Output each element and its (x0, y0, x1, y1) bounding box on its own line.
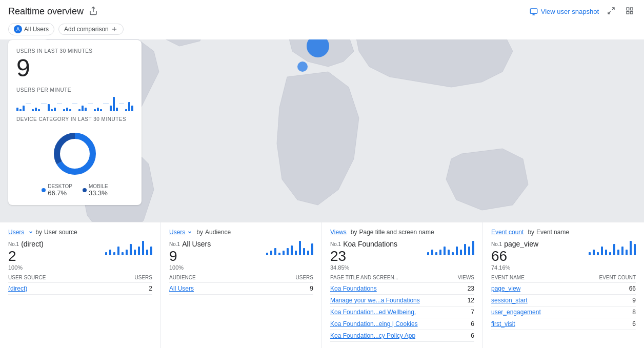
svg-line-5 (608, 11, 611, 14)
plus-icon (111, 26, 118, 33)
user-avatar: A (14, 25, 22, 33)
grid-icon[interactable] (623, 5, 636, 18)
add-comparison-label: Add comparison (64, 26, 109, 33)
all-users-label: All Users (24, 26, 49, 33)
svg-rect-9 (630, 11, 633, 14)
header-right: View user snapshot (530, 5, 636, 18)
svg-rect-8 (627, 11, 629, 14)
header-left: Realtime overview (8, 4, 100, 19)
svg-rect-6 (627, 8, 629, 10)
expand-icon[interactable] (605, 5, 617, 18)
view-snapshot-label: View user snapshot (541, 8, 599, 15)
page-title: Realtime overview (8, 4, 100, 19)
snapshot-icon (530, 8, 538, 16)
share-icon[interactable] (87, 4, 100, 19)
svg-rect-7 (630, 8, 633, 10)
filter-bar: A All Users Add comparison (0, 21, 644, 38)
svg-line-4 (612, 8, 614, 10)
page-title-text: Realtime overview (8, 6, 84, 17)
header: Realtime overview View user snapshot (0, 0, 644, 21)
add-comparison-button[interactable]: Add comparison (58, 24, 124, 35)
all-users-filter[interactable]: A All Users (8, 23, 54, 35)
svg-rect-1 (530, 9, 537, 13)
view-snapshot-button[interactable]: View user snapshot (530, 8, 599, 16)
